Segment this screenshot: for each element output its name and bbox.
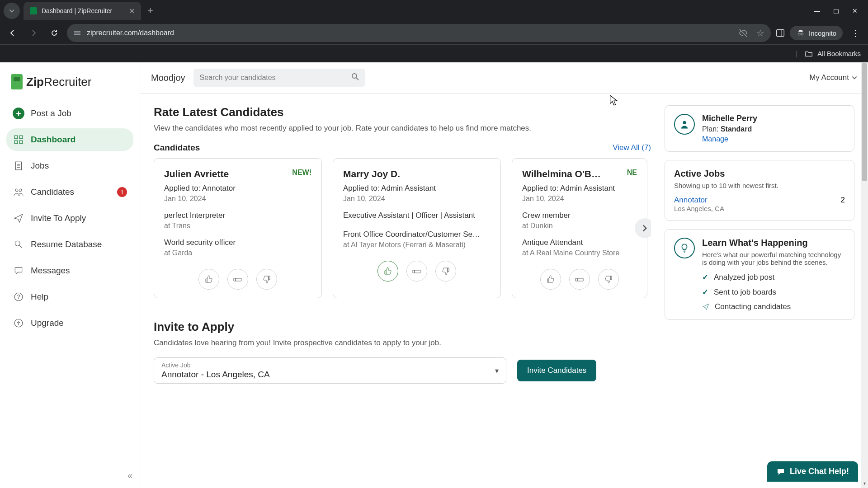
logo[interactable]: ZipRecruiter	[6, 71, 133, 102]
reload-button[interactable]	[46, 25, 62, 41]
back-button[interactable]	[5, 25, 21, 41]
plus-circle-icon: +	[13, 108, 24, 119]
sidebar-item-resume-database[interactable]: Resume Database	[6, 233, 133, 256]
close-tab-icon[interactable]: ✕	[129, 7, 135, 15]
incognito-indicator[interactable]: Incognito	[790, 26, 843, 40]
job-location: Los Angeles, CA	[674, 205, 845, 212]
job-name-link[interactable]: Annotator	[674, 196, 708, 205]
svg-rect-3	[777, 30, 784, 37]
maximize-button[interactable]: ▢	[833, 7, 839, 14]
app-root: ZipRecruiter + Post a Job Dashboard Jobs…	[0, 62, 868, 488]
active-job-row[interactable]: Annotator 2	[674, 196, 845, 205]
tab-search-dropdown[interactable]	[4, 3, 20, 19]
bookmark-star-icon[interactable]: ☆	[756, 28, 764, 38]
chevron-down-icon: ▾	[495, 366, 499, 375]
thumbs-down-button[interactable]	[598, 269, 619, 290]
close-window-button[interactable]: ✕	[852, 7, 858, 14]
carousel-next-button[interactable]	[635, 218, 651, 238]
thumbs-up-button[interactable]	[540, 269, 561, 290]
neutral-button[interactable]	[227, 269, 248, 290]
scrollbar-down-arrow[interactable]: ▾	[861, 481, 868, 488]
thumbs-down-icon	[604, 275, 613, 284]
logo-mark-icon	[11, 74, 23, 89]
svg-point-16	[19, 189, 22, 192]
scrollbar-thumb[interactable]	[862, 63, 867, 181]
upgrade-icon	[13, 317, 24, 329]
grid-icon	[13, 134, 24, 145]
new-tab-button[interactable]: +	[143, 5, 158, 17]
my-account-menu[interactable]: My Account	[809, 73, 857, 82]
select-label: Active Job	[161, 361, 499, 369]
vertical-scrollbar[interactable]: ▾	[861, 62, 868, 488]
thumbs-up-icon	[204, 275, 213, 284]
minimize-button[interactable]: ―	[814, 7, 820, 14]
badge-count: 1	[117, 187, 127, 197]
thumbs-up-button[interactable]	[377, 261, 398, 282]
main-scroll[interactable]: Moodjoy My Account Rate Latest Candidate…	[140, 62, 868, 488]
folder-icon	[805, 50, 813, 58]
browser-tab[interactable]: Dashboard | ZipRecruiter ✕	[24, 2, 141, 20]
manage-link[interactable]: Manage	[702, 135, 728, 143]
candidate-card[interactable]: Julien Avriette NEW! Applied to: Annotat…	[154, 158, 322, 298]
url-text: ziprecruiter.com/dashboard	[87, 29, 174, 37]
thumbs-up-icon	[383, 267, 392, 276]
sidebar-item-help[interactable]: ? Help	[6, 286, 133, 308]
search-icon	[13, 239, 24, 250]
thumbs-down-button[interactable]	[256, 269, 277, 290]
side-panel-icon[interactable]	[775, 28, 785, 38]
active-job-select[interactable]: Active Job Annotator - Los Angeles, CA ▾	[154, 357, 506, 384]
invite-subtitle: Candidates love hearing from you! Invite…	[154, 338, 651, 347]
address-row: ziprecruiter.com/dashboard ☆ Incognito ⋮	[0, 22, 868, 44]
chevron-right-icon	[641, 225, 648, 232]
view-all-link[interactable]: View All (7)	[613, 143, 651, 152]
candidate-name: Wilhelmina O'B…	[522, 169, 601, 179]
content: Rate Latest Candidates View the candidat…	[140, 94, 868, 402]
sidebar-item-messages[interactable]: Messages	[6, 259, 133, 282]
eye-off-icon[interactable]	[738, 28, 748, 38]
thumbs-down-icon	[262, 275, 271, 284]
forward-button[interactable]	[25, 25, 42, 41]
sidebar-item-invite[interactable]: Invite To Apply	[6, 207, 133, 230]
rate-buttons	[522, 269, 637, 290]
sidebar-item-candidates[interactable]: Candidates 1	[6, 181, 133, 203]
experience-company: at Al Tayer Motors (Ferrari & Maserati)	[343, 241, 491, 249]
experience-title: Crew member	[522, 211, 637, 220]
sidebar-item-post-a-job[interactable]: + Post a Job	[6, 102, 133, 125]
sidebar-item-dashboard[interactable]: Dashboard	[6, 128, 133, 151]
address-bar[interactable]: ziprecruiter.com/dashboard ☆	[67, 24, 771, 42]
collapse-sidebar-button[interactable]: «	[127, 470, 132, 481]
new-badge: NE	[627, 169, 637, 177]
svg-point-6	[801, 33, 803, 35]
content-right: Michelle Perry Plan: Standard Manage Act…	[665, 105, 854, 384]
invite-candidates-button[interactable]: Invite Candidates	[517, 360, 596, 381]
sidebar-item-label: Resume Database	[31, 239, 102, 249]
browser-menu-button[interactable]: ⋮	[847, 28, 863, 38]
avatar-icon	[674, 114, 695, 135]
experience-title: Antique Attendant	[522, 238, 637, 247]
svg-rect-10	[19, 141, 23, 144]
sidebar-item-label: Messages	[31, 266, 70, 276]
section-title: Rate Latest Candidates	[154, 105, 651, 119]
sidebar-item-upgrade[interactable]: Upgrade	[6, 312, 133, 334]
all-bookmarks-link[interactable]: All Bookmarks	[817, 50, 861, 57]
sidebar-item-label: Jobs	[31, 161, 49, 171]
arrow-right-icon	[29, 28, 38, 38]
search-icon[interactable]	[351, 72, 360, 81]
neutral-button[interactable]	[406, 261, 427, 282]
candidate-card[interactable]: Marry Joy D. Applied to: Admin Assistant…	[333, 158, 501, 298]
incognito-label: Incognito	[809, 29, 836, 37]
site-settings-icon[interactable]	[73, 29, 81, 37]
neutral-button[interactable]	[569, 269, 590, 290]
active-jobs-panel: Active Jobs Showing up to 10 with newest…	[665, 160, 854, 221]
sidebar-item-jobs[interactable]: Jobs	[6, 155, 133, 177]
candidate-card[interactable]: Wilhelmina O'B… NE Applied to: Admin Ass…	[512, 158, 647, 298]
thumbs-up-button[interactable]	[198, 269, 219, 290]
job-count: 2	[841, 196, 845, 205]
panel-subtitle: Showing up to 10 with newest first.	[674, 182, 845, 189]
svg-point-15	[15, 189, 18, 192]
search-input[interactable]	[193, 69, 365, 87]
search-wrap	[193, 69, 365, 87]
live-chat-button[interactable]: Live Chat Help!	[767, 461, 858, 482]
thumbs-down-button[interactable]	[435, 261, 456, 282]
svg-line-23	[356, 78, 359, 80]
